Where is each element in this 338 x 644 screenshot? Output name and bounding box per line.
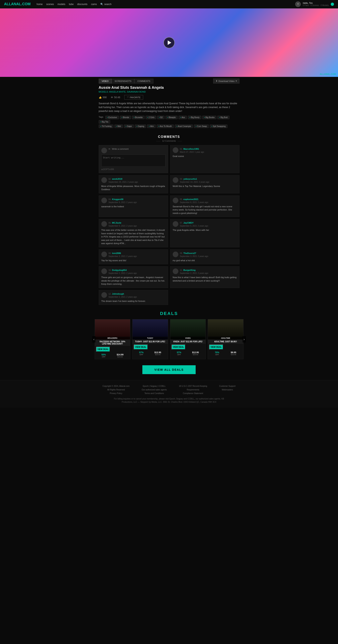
tag-spitswapping[interactable]: Spit Swapping [210, 124, 227, 128]
nav-search[interactable]: 🔍 search [100, 3, 111, 6]
logo-tld: .COM [21, 2, 30, 6]
favorite-button[interactable]: ♡ FAVORITE [124, 95, 143, 100]
nav-discounts[interactable]: discounts [77, 3, 87, 6]
tab-screenshots[interactable]: SCREENSHOTS [112, 79, 134, 84]
comment-username[interactable]: Kinggeo58 [112, 198, 123, 200]
comment-meta: 07. JayCMDY September 5, 2021 2 years ag… [180, 221, 237, 227]
nav-scenes[interactable]: scenes [46, 3, 54, 6]
comment-meta: 01. Marcelhev1991 March 27, 2022 1 year … [180, 147, 237, 153]
models-link[interactable]: ANGELA WHITE, SAVANNAH BOND [109, 90, 146, 93]
tag-titfucking[interactable]: Tit Fucking [99, 124, 113, 128]
deal-thumbnail: BRAZZERS [95, 320, 130, 340]
views-stat: 👁 56:48 [111, 96, 120, 99]
site-logo[interactable]: ALLANAL.COM [4, 2, 30, 6]
tag-wet[interactable]: Wet [114, 124, 123, 128]
tag-asstomouthtag[interactable]: Ass To Mouth [157, 124, 174, 128]
view-deal-button[interactable]: VIEW DEAL [209, 344, 223, 350]
chevron-down-icon: ▾ [236, 80, 237, 82]
comment-num: 01. [180, 148, 183, 150]
privacy-policy-link[interactable]: Privacy Policy [110, 392, 122, 394]
scenes-count: 0 Scenes [311, 4, 319, 6]
comment-header: 11. BurgerKing September 2, 2021 2 years… [173, 268, 237, 274]
play-button[interactable] [163, 37, 175, 48]
main-nav: home scenes models tube discounts cams 🔍… [36, 3, 295, 6]
comment-username[interactable]: week2019 [112, 178, 122, 180]
comment-username[interactable]: Dodgydog654 [112, 269, 127, 271]
comment-meta: 08. tom2886 September 3, 2021 2 years ag… [109, 252, 165, 258]
rating-stat: 👍 998 [99, 96, 107, 99]
download-button[interactable]: ⬇ Download Video ▾ [213, 78, 240, 84]
nav-cams[interactable]: cams [91, 3, 97, 6]
compliance-link[interactable]: Compliance Statement [183, 392, 203, 394]
comment-header: 08. tom2886 September 3, 2021 2 years ag… [101, 252, 165, 258]
site-header: ALLANAL.COM home scenes models tube disc… [0, 0, 338, 8]
comment-text: The goat Angela white. More with her [173, 228, 237, 232]
video-player[interactable]: ALLANAL.COM [0, 8, 338, 77]
nav-home[interactable]: home [36, 3, 43, 6]
tab-comments[interactable]: COMMENTS [134, 79, 153, 84]
comment-username[interactable]: Johndough [112, 292, 124, 295]
tag-exclusive[interactable]: Exclusive [105, 116, 119, 119]
view-deal-button[interactable]: VIEW DEAL [96, 347, 110, 352]
deals-carousel: ‹ BRAZZERS RAZZERS NETWORK: 50% LIFETIME… [95, 319, 244, 359]
avatar [173, 177, 178, 183]
nav-models[interactable]: models [57, 3, 65, 6]
comment-username[interactable]: MCJizzle [112, 222, 121, 224]
tag-bigboobs[interactable]: Big Boobs [202, 116, 216, 119]
comment-header: 09. TheDoors27 September 3, 2021 2 years… [173, 252, 237, 258]
avatar [101, 221, 107, 227]
comment-meta: 04. Kinggeo58 September 9, 2021 2 years … [109, 198, 165, 204]
comment-username[interactable]: yeboycurtis1 [183, 178, 197, 180]
deal-title: ADULTIME JUST $9.95!! [208, 340, 243, 344]
support-link[interactable]: Customer Support [219, 385, 236, 387]
tag-bigtits[interactable]: Big Tits [99, 120, 110, 124]
tag-analcreampie[interactable]: Anal Creampie [175, 124, 193, 128]
carousel-next-button[interactable]: › [243, 336, 246, 342]
tab-video[interactable]: VIDEO [99, 79, 112, 84]
comment-username[interactable]: BurgerKing [183, 269, 196, 271]
terms-link[interactable]: Terms and Conditions [145, 392, 164, 394]
site-footer: Copyright © 2024, Allanal.com All Rights… [0, 380, 338, 408]
tag-atm[interactable]: Atm [147, 124, 155, 128]
comment-username[interactable]: TheDoors27 [183, 252, 196, 254]
comment-meta: 12. Johndough September 2, 2021 2 years … [109, 292, 165, 298]
carousel-prev-button[interactable]: ‹ [92, 336, 96, 342]
comment-username[interactable]: JayCMDY [183, 222, 194, 224]
nav-tube[interactable]: tube [69, 3, 74, 6]
heart-icon: ♡ [127, 96, 129, 98]
tag-bigbutt[interactable]: Big Butt [217, 116, 229, 119]
view-deal-button[interactable]: VIEW DEAL [134, 344, 148, 350]
view-deal-button[interactable]: VIEW DEAL [172, 344, 186, 350]
comment-input[interactable] [101, 154, 165, 167]
tag-2girls[interactable]: 2 Girls [146, 116, 156, 119]
tag-brunette[interactable]: Brunette [132, 116, 144, 119]
tag-gape[interactable]: Gape [124, 124, 134, 128]
comment-text: These girls are just so gorgeous, what t… [101, 276, 165, 286]
tag-ass[interactable]: Ass [179, 116, 187, 119]
comment-text: The dream team I've been waiting for for… [101, 300, 165, 303]
tag-gaping[interactable]: Gaping [135, 124, 146, 128]
write-comment-username: acDOPTm999 [101, 168, 165, 170]
tag-blowjob[interactable]: Blowjob [165, 116, 178, 119]
deal-pricing: 57% OFF $12.95 $29.95 [170, 350, 206, 357]
view-all-deals-button[interactable]: VIEW ALL DEALS [142, 365, 196, 374]
tabs-row: VIDEO SCREENSHOTS COMMENTS ⬇ Download Vi… [99, 77, 240, 84]
comment-card: 06. MCJizzle September 6, 2021 2 years a… [99, 219, 168, 247]
comments-heading: COMMENTS [99, 135, 240, 139]
comment-username[interactable]: Marcelhev1991 [183, 148, 199, 150]
eye-icon: 👁 [111, 96, 113, 99]
comment-meta: 11. BurgerKing September 2, 2021 2 years… [180, 268, 237, 274]
deal-thumbnail: ADULTIME [208, 320, 243, 340]
comment-username[interactable]: tom2886 [112, 252, 121, 254]
tag-blonde[interactable]: Blonde [120, 116, 131, 119]
tag-bigbooty[interactable]: Big Booty [188, 116, 201, 119]
tag-bj[interactable]: BJ [157, 116, 164, 119]
comment-text: More of Angela White pleaseeee. More har… [101, 184, 165, 191]
deal-title: RAZZERS NETWORK: 50% LIFETIME DISCOUNT! [95, 340, 130, 346]
comment-card: 11. BurgerKing September 2, 2021 2 years… [170, 266, 240, 288]
comment-card: 02. week2019 September 25, 2021 2 years … [99, 175, 168, 194]
models-line: MODELS: ANGELA WHITE, SAVANNAH BOND [99, 90, 240, 93]
tag-cumswap[interactable]: Cum Swap [194, 124, 209, 128]
webmasters-link[interactable]: Webmasters [222, 388, 233, 391]
comment-username[interactable]: explosive2021 [183, 198, 198, 200]
